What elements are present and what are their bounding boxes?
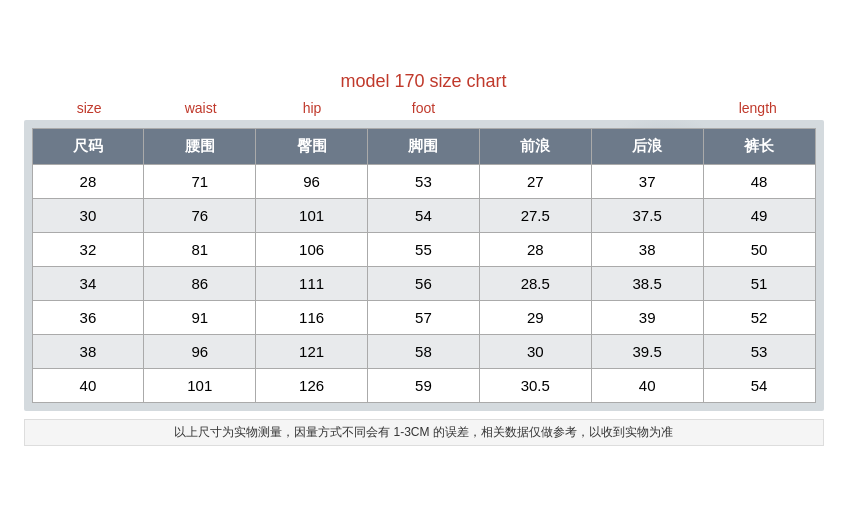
table-body: 2871965327374830761015427.537.5493281106… <box>32 164 815 402</box>
table-cell: 34 <box>32 266 144 300</box>
table-cell: 40 <box>32 368 144 402</box>
table-cell: 86 <box>144 266 256 300</box>
table-cell: 28 <box>32 164 144 198</box>
table-cell: 32 <box>32 232 144 266</box>
label-foot: foot <box>368 100 479 116</box>
table-header-row: 尺码 腰围 臀围 脚围 前浪 后浪 裤长 <box>32 128 815 164</box>
table-cell: 27 <box>479 164 591 198</box>
size-chart-table: 尺码 腰围 臀围 脚围 前浪 后浪 裤长 2871965327374830761… <box>32 128 816 403</box>
table-wrapper: 尺码 腰围 臀围 脚围 前浪 后浪 裤长 2871965327374830761… <box>24 120 824 411</box>
table-cell: 30 <box>479 334 591 368</box>
label-size: size <box>34 100 145 116</box>
col-header-foot: 脚围 <box>368 128 480 164</box>
table-cell: 55 <box>368 232 480 266</box>
label-hip: hip <box>256 100 367 116</box>
table-cell: 96 <box>144 334 256 368</box>
table-cell: 91 <box>144 300 256 334</box>
table-cell: 52 <box>703 300 815 334</box>
label-length: length <box>702 100 813 116</box>
table-cell: 40 <box>591 368 703 402</box>
table-cell: 58 <box>368 334 480 368</box>
table-row: 328110655283850 <box>32 232 815 266</box>
table-cell: 106 <box>256 232 368 266</box>
table-row: 34861115628.538.551 <box>32 266 815 300</box>
table-cell: 54 <box>703 368 815 402</box>
table-cell: 54 <box>368 198 480 232</box>
table-row: 3896121583039.553 <box>32 334 815 368</box>
table-row: 401011265930.54054 <box>32 368 815 402</box>
table-cell: 30.5 <box>479 368 591 402</box>
table-cell: 30 <box>32 198 144 232</box>
table-row: 30761015427.537.549 <box>32 198 815 232</box>
table-cell: 37 <box>591 164 703 198</box>
table-cell: 56 <box>368 266 480 300</box>
table-cell: 53 <box>368 164 480 198</box>
table-cell: 39.5 <box>591 334 703 368</box>
table-cell: 53 <box>703 334 815 368</box>
table-cell: 49 <box>703 198 815 232</box>
col-header-waist: 腰围 <box>144 128 256 164</box>
table-cell: 27.5 <box>479 198 591 232</box>
table-cell: 101 <box>144 368 256 402</box>
col-header-hip: 臀围 <box>256 128 368 164</box>
table-cell: 39 <box>591 300 703 334</box>
col-header-size: 尺码 <box>32 128 144 164</box>
col-header-front: 前浪 <box>479 128 591 164</box>
col-header-back: 后浪 <box>591 128 703 164</box>
table-row: 28719653273748 <box>32 164 815 198</box>
label-waist: waist <box>145 100 256 116</box>
table-row: 369111657293952 <box>32 300 815 334</box>
table-cell: 37.5 <box>591 198 703 232</box>
table-cell: 48 <box>703 164 815 198</box>
table-cell: 96 <box>256 164 368 198</box>
table-cell: 76 <box>144 198 256 232</box>
table-cell: 101 <box>256 198 368 232</box>
label-col5 <box>479 100 590 116</box>
table-cell: 121 <box>256 334 368 368</box>
table-cell: 38.5 <box>591 266 703 300</box>
table-cell: 71 <box>144 164 256 198</box>
table-cell: 50 <box>703 232 815 266</box>
table-cell: 29 <box>479 300 591 334</box>
col-header-length: 裤长 <box>703 128 815 164</box>
table-cell: 126 <box>256 368 368 402</box>
table-cell: 81 <box>144 232 256 266</box>
table-cell: 38 <box>32 334 144 368</box>
table-cell: 28.5 <box>479 266 591 300</box>
column-labels: size waist hip foot length <box>24 100 824 116</box>
footnote: 以上尺寸为实物测量，因量方式不同会有 1-3CM 的误差，相关数据仅做参考，以收… <box>24 419 824 446</box>
table-cell: 28 <box>479 232 591 266</box>
label-col6 <box>591 100 702 116</box>
table-cell: 57 <box>368 300 480 334</box>
table-cell: 38 <box>591 232 703 266</box>
table-cell: 116 <box>256 300 368 334</box>
chart-title: model 170 size chart <box>24 71 824 92</box>
table-cell: 36 <box>32 300 144 334</box>
main-container: model 170 size chart size waist hip foot… <box>14 61 834 456</box>
table-cell: 59 <box>368 368 480 402</box>
table-cell: 111 <box>256 266 368 300</box>
table-cell: 51 <box>703 266 815 300</box>
